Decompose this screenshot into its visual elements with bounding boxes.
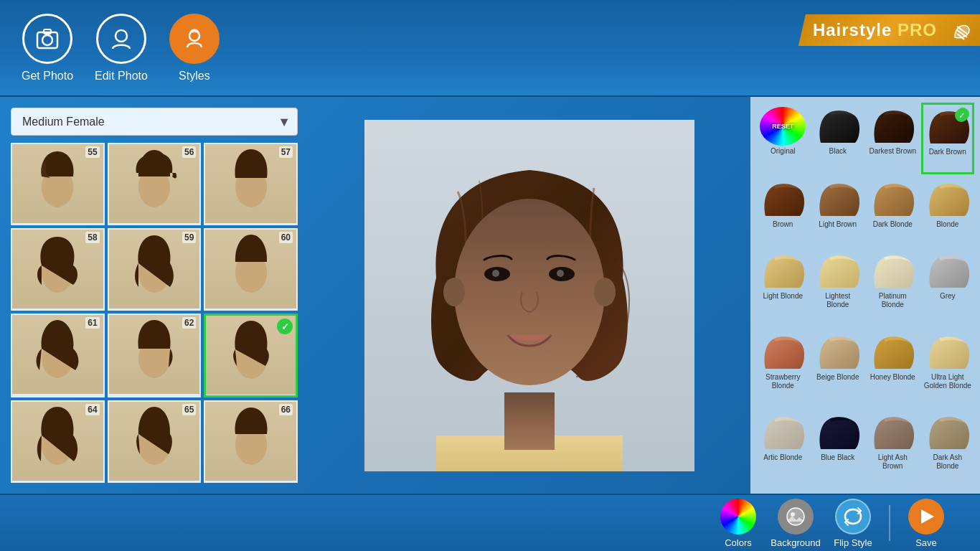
flip-style-label: Flip Style — [834, 537, 872, 548]
blue-black-swatch — [815, 413, 861, 452]
svg-point-31 — [787, 508, 804, 525]
color-grey[interactable]: Grey — [921, 248, 975, 326]
brown-swatch — [760, 180, 806, 219]
nav-edit-photo[interactable]: Edit Photo — [95, 14, 148, 83]
strawberry-blonde-swatch — [760, 333, 806, 372]
color-label-blonde: Blonde — [936, 220, 958, 229]
black-swatch — [815, 107, 861, 146]
color-dark-ash-blonde[interactable]: Dark Ash Blonde — [921, 409, 975, 488]
style-item-66[interactable]: 66 — [204, 400, 298, 483]
selected-check: ✓ — [956, 108, 969, 121]
color-grid: RESET Original Black Darkest Brown — [756, 103, 974, 488]
color-artic-blonde[interactable]: Artic Blonde — [756, 409, 810, 488]
nav-get-photo[interactable]: Get Photo — [22, 14, 73, 83]
color-black[interactable]: Black — [811, 103, 865, 174]
color-original[interactable]: RESET Original — [756, 103, 810, 174]
darkest-brown-swatch — [870, 107, 915, 146]
header: Get Photo Edit Photo Styles Hairstyle PR… — [0, 0, 980, 97]
style-item-59[interactable]: 59 — [108, 228, 202, 311]
color-label-light-ash-brown: Light Ash Brown — [869, 453, 917, 471]
color-label-original: Original — [771, 147, 795, 156]
svg-rect-23 — [504, 392, 555, 450]
color-label-brown: Brown — [773, 220, 793, 229]
logo-area: Hairstyle PRO — [779, 0, 980, 97]
color-dark-brown[interactable]: ✓ Dark Brown — [921, 103, 975, 174]
color-label-ultra-light-golden-blonde: Ultra Light Golden Blonde — [924, 373, 972, 390]
color-label-light-brown: Light Brown — [819, 220, 857, 229]
svg-point-30 — [594, 278, 616, 306]
get-photo-label: Get Photo — [22, 70, 73, 83]
color-honey-blonde[interactable]: Honey Blonde — [866, 329, 920, 408]
color-darkest-brown[interactable]: Darkest Brown — [866, 103, 920, 174]
style-num-56: 56 — [182, 146, 196, 158]
color-beige-blonde[interactable]: Beige Blonde — [811, 329, 865, 408]
style-item-55[interactable]: 55 — [11, 143, 105, 225]
style-item-65[interactable]: 65 — [108, 400, 202, 483]
style-item-57[interactable]: 57 — [204, 143, 298, 225]
footer-background-button[interactable]: Background — [771, 499, 821, 548]
footer-divider — [889, 505, 890, 541]
lightest-blonde-swatch — [815, 252, 861, 291]
svg-point-24 — [454, 199, 605, 385]
main-area: Medium Female Short Female Long Female S… — [0, 97, 980, 494]
footer: Colors Background Flip Style — [0, 494, 980, 551]
footer-flip-style-button[interactable]: Flip Style — [828, 499, 878, 548]
colors-icon — [720, 499, 756, 534]
color-label-platinum-blonde: Platinum Blonde — [869, 292, 917, 309]
color-label-dark-ash-blonde: Dark Ash Blonde — [924, 453, 972, 471]
color-blue-black[interactable]: Blue Black — [811, 409, 865, 488]
color-label-artic-blonde: Artic Blonde — [763, 453, 802, 462]
color-panel: RESET Original Black Darkest Brown — [750, 97, 980, 494]
style-num-65: 65 — [182, 404, 196, 415]
style-select[interactable]: Medium Female Short Female Long Female S… — [11, 108, 298, 136]
style-num-55: 55 — [85, 146, 99, 158]
svg-point-3 — [116, 30, 127, 42]
footer-colors-button[interactable]: Colors — [713, 499, 763, 548]
style-num-58: 58 — [85, 232, 99, 243]
selected-check-badge: ✓ — [277, 319, 293, 334]
style-item-60[interactable]: 60 — [204, 228, 298, 311]
color-brown[interactable]: Brown — [756, 176, 810, 246]
color-lightest-blonde[interactable]: Lightest Blonde — [811, 248, 865, 326]
honey-blonde-swatch — [870, 333, 915, 372]
color-blonde[interactable]: Blonde — [921, 176, 975, 246]
style-item-56[interactable]: 56 — [108, 143, 202, 225]
color-ultra-light-golden-blonde[interactable]: Ultra Light Golden Blonde — [921, 329, 975, 408]
svg-point-29 — [443, 278, 465, 306]
color-light-brown[interactable]: Light Brown — [811, 176, 865, 246]
edit-photo-icon — [96, 14, 146, 64]
nav-styles[interactable]: Styles — [169, 14, 220, 83]
color-label-dark-blonde: Dark Blonde — [873, 220, 913, 229]
style-grid: 55 56 57 — [11, 143, 298, 483]
save-icon — [908, 499, 944, 534]
background-icon — [778, 499, 814, 534]
color-strawberry-blonde[interactable]: Strawberry Blonde — [756, 329, 810, 408]
color-light-blonde[interactable]: Light Blonde — [756, 248, 810, 326]
color-platinum-blonde[interactable]: Platinum Blonde — [866, 248, 920, 326]
preview-container — [364, 120, 694, 471]
svg-point-28 — [557, 270, 564, 277]
color-light-ash-brown[interactable]: Light Ash Brown — [866, 409, 920, 488]
colors-label: Colors — [725, 537, 752, 548]
style-item-63[interactable]: ✓ — [204, 314, 298, 397]
artic-blonde-swatch — [760, 413, 806, 452]
style-item-64[interactable]: 64 — [11, 400, 105, 483]
color-label-honey-blonde: Honey Blonde — [870, 373, 915, 382]
color-label-beige-blonde: Beige Blonde — [816, 373, 859, 382]
style-item-62[interactable]: 62 — [108, 314, 202, 397]
style-num-59: 59 — [182, 232, 196, 243]
app-title: Hairstyle PRO — [798, 14, 980, 46]
style-item-61[interactable]: 61 — [11, 314, 105, 397]
style-category-dropdown[interactable]: Medium Female Short Female Long Female S… — [11, 108, 298, 136]
svg-point-1 — [42, 35, 52, 45]
color-dark-blonde[interactable]: Dark Blonde — [866, 176, 920, 246]
footer-save-button[interactable]: Save — [901, 499, 951, 548]
beige-blonde-swatch — [815, 333, 861, 372]
style-item-58[interactable]: 58 — [11, 228, 105, 311]
style-num-62: 62 — [182, 317, 196, 329]
flip-style-icon — [835, 499, 871, 534]
color-label-grey: Grey — [940, 292, 956, 301]
color-label-lightest-blonde: Lightest Blonde — [814, 292, 862, 309]
reset-swatch: RESET — [760, 107, 806, 146]
light-brown-swatch — [815, 180, 861, 219]
